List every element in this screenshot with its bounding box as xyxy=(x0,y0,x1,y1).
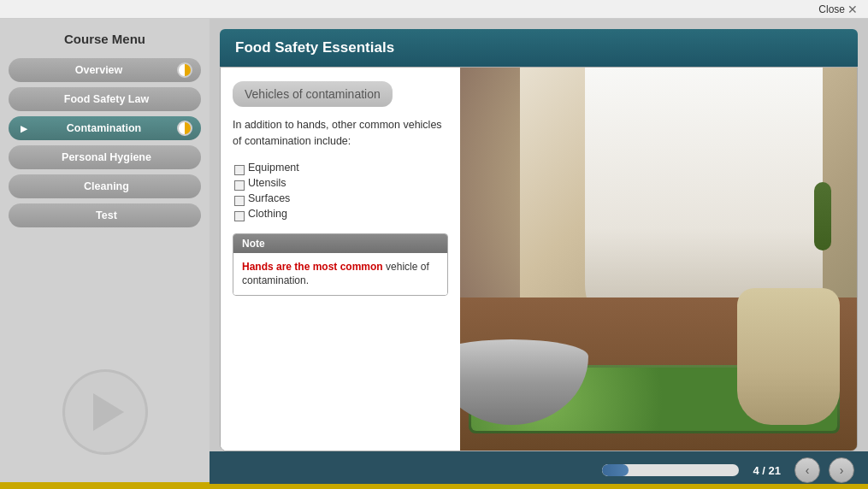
close-label: Close xyxy=(818,3,845,15)
progress-bar-fill xyxy=(602,464,628,476)
page-info: 4 / 21 xyxy=(753,464,781,477)
half-circle-icon xyxy=(177,62,192,78)
play-triangle-icon xyxy=(93,393,124,431)
bullet-clothing: Clothing xyxy=(233,206,448,221)
content-area: Food Safety Essentials Vehicles of conta… xyxy=(210,19,868,451)
bullet-utensils: Utensils xyxy=(233,175,448,191)
prev-button[interactable]: ‹ xyxy=(794,457,820,483)
sidebar-item-test[interactable]: Test xyxy=(9,203,201,227)
cucumber xyxy=(814,182,831,250)
note-body: Hands are the most common vehicle of con… xyxy=(233,253,447,296)
menu-item-label-food-safety-law: Food Safety Law xyxy=(21,93,192,105)
sidebar-title: Course Menu xyxy=(64,32,145,46)
content-header: Food Safety Essentials xyxy=(220,29,858,67)
slide-description: In addition to hands, other common vehic… xyxy=(233,117,448,150)
close-icon: ✕ xyxy=(847,3,858,16)
top-bar: Close ✕ xyxy=(0,0,868,19)
note-header: Note xyxy=(233,234,447,253)
content-header-title: Food Safety Essentials xyxy=(235,39,394,56)
sidebar-item-contamination[interactable]: ▶ Contamination xyxy=(9,116,201,140)
next-icon: › xyxy=(840,463,844,477)
half-circle-icon-contamination xyxy=(177,121,192,136)
bullet-list: Equipment Utensils Surfaces Clothing xyxy=(233,160,448,221)
menu-item-label-overview: Overview xyxy=(21,64,177,76)
sidebar-gold-bar xyxy=(0,482,210,489)
arrow-icon: ▶ xyxy=(21,124,27,133)
prev-icon: ‹ xyxy=(806,463,810,477)
content-wrapper: Food Safety Essentials Vehicles of conta… xyxy=(210,19,868,489)
bottom-gold-line xyxy=(210,484,868,489)
sidebar: Course Menu Overview Food Safety Law ▶ C… xyxy=(0,19,210,489)
sidebar-item-food-safety-law[interactable]: Food Safety Law xyxy=(9,87,201,111)
sidebar-item-personal-hygiene[interactable]: Personal Hygiene xyxy=(9,145,201,169)
menu-items: Overview Food Safety Law ▶ Contamination… xyxy=(9,58,201,227)
photo-area xyxy=(460,68,857,451)
menu-item-label-personal-hygiene: Personal Hygiene xyxy=(21,151,192,163)
progress-bar-container xyxy=(602,464,739,476)
kitchen-background xyxy=(460,68,857,451)
menu-item-label-test: Test xyxy=(21,209,192,221)
sidebar-item-cleaning[interactable]: Cleaning xyxy=(9,174,201,198)
bullet-surfaces: Surfaces xyxy=(233,191,448,206)
note-box: Note Hands are the most common vehicle o… xyxy=(233,233,448,297)
note-highlight-text: Hands are the most common xyxy=(242,261,383,273)
menu-item-label-contamination: Contamination xyxy=(31,122,177,134)
next-button[interactable]: › xyxy=(829,457,854,483)
menu-item-label-cleaning: Cleaning xyxy=(21,180,192,192)
sidebar-item-overview[interactable]: Overview xyxy=(9,58,201,82)
close-button[interactable]: Close ✕ xyxy=(818,3,858,16)
hand-overlay xyxy=(737,288,840,425)
text-panel: Vehicles of contamination In addition to… xyxy=(221,68,460,451)
slide-container: Vehicles of contamination In addition to… xyxy=(220,67,858,451)
play-button[interactable] xyxy=(62,369,148,455)
bullet-equipment: Equipment xyxy=(233,160,448,175)
main-layout: Course Menu Overview Food Safety Law ▶ C… xyxy=(0,19,868,489)
slide-title: Vehicles of contamination xyxy=(233,81,393,107)
